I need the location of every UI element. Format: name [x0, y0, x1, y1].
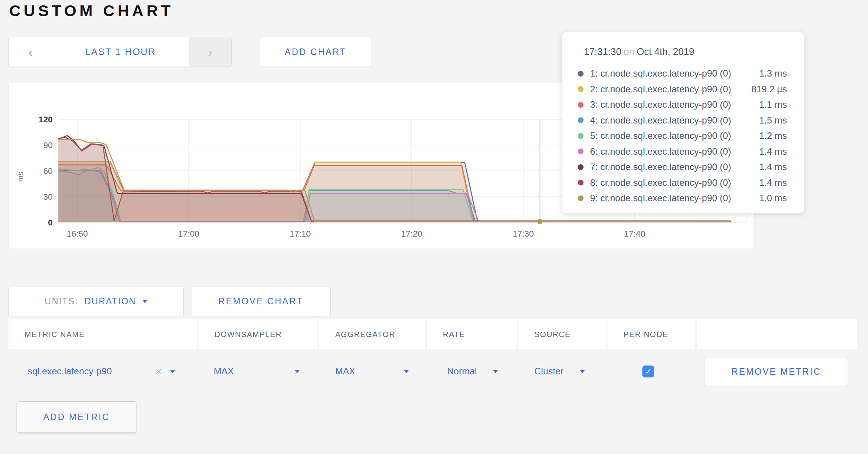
svg-text:120: 120	[38, 115, 53, 124]
latency-chart[interactable]: 030609012016:5017:0017:1017:2017:3017:40	[9, 83, 754, 249]
tooltip-conjunction: on	[624, 46, 634, 57]
y-axis-unit-label: ms	[16, 172, 25, 182]
chevron-right-icon: ›	[208, 45, 212, 60]
chevron-down-icon	[493, 370, 498, 373]
hover-point	[537, 219, 543, 224]
tooltip-series-value: 819.2 µs	[751, 84, 787, 95]
tooltip-series-value: 1.1 ms	[759, 99, 787, 110]
svg-text:17:30: 17:30	[512, 229, 534, 239]
tooltip-time: 17:31:30	[584, 46, 621, 57]
units-dropdown[interactable]: UNITS: DURATION	[8, 287, 184, 316]
chevron-down-icon	[404, 370, 409, 373]
units-value: DURATION	[84, 296, 136, 307]
tooltip-series-value: 1.4 ms	[759, 177, 787, 188]
remove-chart-button[interactable]: REMOVE CHART	[191, 287, 331, 316]
y-axis-labels: 0306090120	[38, 115, 53, 227]
chevron-down-icon	[294, 370, 300, 373]
units-label: UNITS:	[45, 296, 78, 307]
aggregator-value: MAX	[335, 366, 355, 377]
check-icon: ✓	[645, 367, 652, 376]
chart-card: 030609012016:5017:0017:1017:2017:3017:40	[8, 83, 755, 249]
svg-text:17:00: 17:00	[178, 229, 199, 239]
tooltip-date: Oct 4th, 2019	[637, 46, 694, 57]
header-source: SOURCE	[518, 319, 606, 349]
per-node-checkbox[interactable]: ✓	[642, 366, 654, 377]
tooltip-series-value: 1.0 ms	[759, 193, 787, 204]
tooltip-timestamp: 17:31:30onOct 4th, 2019	[584, 46, 787, 57]
time-window-prev-button[interactable]: ‹	[9, 37, 52, 67]
tooltip-series-value: 1.3 ms	[759, 68, 787, 79]
header-rate: RATE	[427, 319, 517, 349]
tooltip-row: 1: cr.node.sql.exec.latency-p90 (0)1.3 m…	[578, 66, 787, 82]
tooltip-series-value: 1.5 ms	[759, 115, 787, 126]
time-window-next-button[interactable]: ›	[189, 37, 231, 67]
remove-metric-button[interactable]: REMOVE METRIC	[705, 357, 848, 386]
chevron-down-icon[interactable]	[170, 370, 175, 373]
svg-text:30: 30	[43, 192, 53, 202]
tooltip-series-value: 1.2 ms	[759, 130, 787, 141]
tooltip-series-label: 1: cr.node.sql.exec.latency-p90 (0)	[590, 68, 759, 79]
svg-text:0: 0	[48, 218, 53, 227]
svg-text:16:50: 16:50	[67, 229, 88, 239]
source-value: Cluster	[534, 366, 564, 377]
legend-dot-icon	[578, 71, 584, 77]
svg-text:60: 60	[43, 166, 53, 176]
tooltip-series-value: 1.4 ms	[759, 162, 787, 172]
page-title: CUSTOM CHART	[9, 1, 174, 21]
chevron-down-icon	[142, 300, 148, 303]
chevron-down-icon	[580, 370, 585, 373]
clear-icon[interactable]: ×	[156, 366, 161, 377]
x-axis-labels: 16:5017:0017:1017:2017:3017:40	[67, 229, 645, 239]
time-window-selector[interactable]: ‹ LAST 1 HOUR ›	[8, 37, 232, 67]
chevron-left-icon: ‹	[28, 45, 32, 60]
source-dropdown[interactable]: Cluster	[534, 352, 585, 391]
header-aggregator: AGGREGATOR	[319, 319, 425, 349]
header-metric-name: METRIC NAME	[8, 319, 197, 349]
aggregator-dropdown[interactable]: MAX	[335, 352, 409, 391]
svg-text:90: 90	[43, 140, 53, 150]
header-downsampler: DOWNSAMPLER	[198, 319, 318, 349]
svg-text:17:40: 17:40	[624, 229, 645, 239]
rate-dropdown[interactable]: Normal	[447, 352, 498, 391]
tooltip-series-value: 1.4 ms	[759, 146, 787, 157]
svg-text:17:10: 17:10	[289, 229, 311, 239]
metric-name-link[interactable]: sql.exec.latency-p90	[28, 366, 112, 377]
downsampler-dropdown[interactable]: MAX	[214, 352, 300, 391]
rate-value: Normal	[447, 366, 477, 377]
header-per-node: PER NODE	[607, 319, 695, 349]
time-window-label[interactable]: LAST 1 HOUR	[52, 37, 189, 67]
header-actions	[697, 319, 857, 349]
downsampler-value: MAX	[214, 366, 234, 377]
metric-name-clear-dropdown[interactable]: ×	[156, 352, 175, 391]
add-chart-button[interactable]: ADD CHART	[260, 37, 371, 67]
svg-text:17:20: 17:20	[401, 229, 422, 239]
add-metric-button[interactable]: ADD METRIC	[17, 401, 136, 433]
table-row-metric-name: sql.exec.latency-p90	[28, 352, 112, 391]
